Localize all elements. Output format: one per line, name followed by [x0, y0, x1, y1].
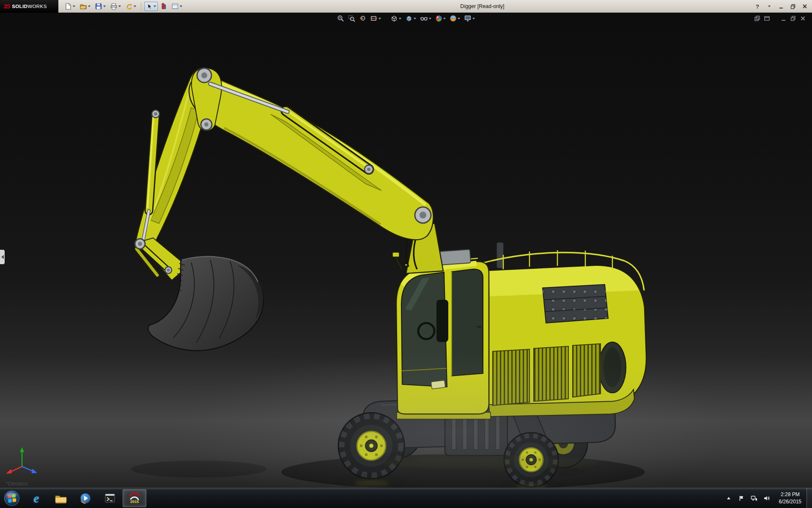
sheet-format-button[interactable] — [170, 1, 184, 11]
view-orientation-cube-icon — [390, 15, 398, 22]
section-view-button[interactable] — [370, 14, 381, 22]
front-lamp — [431, 380, 445, 389]
doc-restore-icon — [790, 15, 796, 22]
taskbar-windows-explorer[interactable] — [49, 489, 73, 507]
internet-explorer-icon: e — [33, 492, 39, 505]
taskbar: e — [0, 488, 812, 508]
system-tray: 2:28 PM 6/26/2015 — [725, 491, 807, 505]
display-style-button[interactable] — [405, 14, 417, 22]
doc-restore-button[interactable] — [790, 15, 796, 23]
headsup-toolbar — [337, 14, 475, 22]
close-button[interactable] — [801, 3, 809, 10]
doc-minimize-icon — [780, 15, 787, 22]
graphics-viewport[interactable]: *Dimetric — [0, 13, 812, 488]
flag-icon — [738, 495, 744, 501]
model-canvas[interactable] — [0, 13, 812, 488]
view-orientation-button[interactable] — [390, 14, 402, 22]
command-prompt-icon — [104, 493, 115, 504]
new-window-button[interactable] — [764, 15, 770, 23]
clock-time: 2:28 PM — [779, 491, 801, 498]
undo-button[interactable] — [123, 1, 138, 11]
start-button[interactable] — [3, 489, 21, 508]
edit-appearance-button[interactable] — [435, 14, 446, 22]
previous-view-button[interactable] — [359, 14, 367, 22]
clock-date: 6/26/2015 — [779, 498, 801, 505]
action-center-button[interactable] — [738, 494, 745, 502]
toolbar-separator — [141, 2, 141, 11]
show-desktop-button[interactable] — [807, 488, 812, 508]
new-document-button[interactable] — [63, 1, 77, 11]
doc-minimize-button[interactable] — [780, 15, 787, 23]
hide-show-items-button[interactable] — [420, 14, 432, 22]
chevron-up-icon — [726, 496, 731, 501]
help-dropdown[interactable] — [765, 3, 773, 10]
new-window-icon — [764, 15, 770, 22]
folder-icon — [55, 493, 67, 504]
hide-show-glasses-icon — [420, 15, 428, 22]
cab — [392, 249, 489, 414]
open-folder-icon — [80, 3, 87, 10]
solidworks-logo: 3S SOLIDWORKS — [0, 0, 58, 13]
zoom-to-area-button[interactable] — [348, 14, 356, 22]
minimize-icon — [778, 3, 784, 9]
taskbar-apps: e — [25, 489, 146, 507]
volume-button[interactable] — [763, 494, 771, 502]
print-icon — [110, 3, 118, 10]
edit-appearance-ball-icon — [435, 15, 442, 22]
taskbar-media-player[interactable] — [74, 489, 97, 507]
zoom-to-area-icon — [348, 15, 355, 22]
new-document-icon — [64, 3, 72, 10]
taskbar-internet-explorer[interactable]: e — [25, 489, 48, 507]
title-bar: 3S SOLIDWORKS — [0, 0, 812, 13]
taskbar-solidworks[interactable]: 2015 — [123, 489, 146, 507]
3ds-logo-icon: 3S — [3, 3, 10, 10]
document-window-controls — [754, 15, 806, 23]
taskbar-command-prompt[interactable] — [98, 489, 122, 507]
orientation-triad[interactable] — [6, 447, 37, 474]
excavator-model[interactable] — [131, 68, 646, 488]
side-window — [452, 269, 483, 376]
select-button[interactable] — [144, 2, 158, 11]
main-toolbar — [63, 1, 184, 11]
open-button[interactable] — [78, 1, 92, 11]
close-icon — [802, 3, 808, 9]
taskbar-clock[interactable]: 2:28 PM 6/26/2015 — [776, 491, 805, 505]
speaker-icon — [763, 495, 770, 501]
network-button[interactable] — [750, 494, 758, 502]
doc-close-button[interactable] — [800, 15, 806, 23]
view-settings-monitor-icon — [464, 15, 472, 22]
network-icon — [751, 495, 757, 501]
doc-close-icon — [800, 15, 806, 22]
window-title: Digger [Read-only] — [460, 3, 504, 9]
taskpane-collapse-tab[interactable] — [0, 250, 5, 264]
engine-house — [481, 242, 646, 417]
zoom-to-fit-icon — [337, 15, 344, 22]
window-controls: ? — [754, 0, 809, 13]
save-button[interactable] — [93, 1, 107, 11]
help-button[interactable]: ? — [754, 3, 761, 10]
media-player-icon — [80, 492, 91, 504]
minimize-button[interactable] — [777, 3, 785, 10]
apply-scene-button[interactable] — [449, 14, 461, 22]
tile-windows-button[interactable] — [754, 15, 760, 23]
boom-assembly — [135, 68, 433, 351]
section-view-icon — [370, 15, 378, 22]
zoom-to-fit-button[interactable] — [337, 14, 345, 22]
select-cursor-icon — [146, 3, 153, 10]
display-style-cube-icon — [405, 15, 413, 22]
view-settings-button[interactable] — [464, 14, 475, 22]
save-floppy-icon — [95, 3, 102, 10]
previous-view-icon — [359, 15, 366, 22]
exhaust-stack — [497, 242, 504, 268]
windows-orb-icon — [4, 490, 20, 506]
show-hidden-icons-button[interactable] — [725, 494, 732, 502]
print-button[interactable] — [108, 1, 123, 11]
appearance-swatch-icon — [160, 3, 167, 10]
undo-icon — [125, 3, 133, 10]
restore-button[interactable] — [789, 3, 797, 10]
collapse-arrow-icon — [1, 255, 4, 259]
mirror — [392, 252, 399, 257]
apply-scene-icon — [450, 15, 457, 22]
appearance-button[interactable] — [159, 1, 169, 11]
front-wheel — [338, 413, 404, 479]
